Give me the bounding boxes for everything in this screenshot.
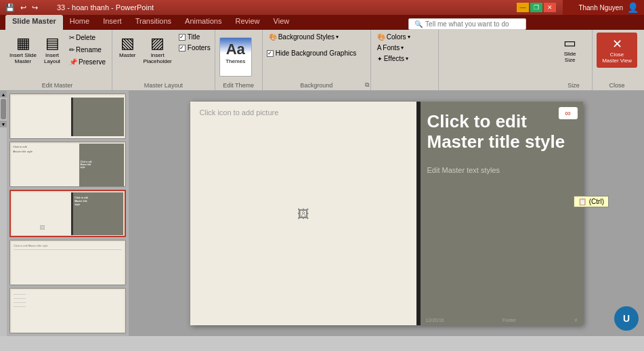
insert-layout-button[interactable]: ▤ InsertLayout <box>41 33 63 66</box>
rename-icon: ✏ <box>69 46 74 54</box>
slide-thumb-4[interactable]: Click to edit Master title style <box>9 240 126 285</box>
close-master-view-icon: ✕ <box>612 37 622 51</box>
slide-left-panel: Click icon to add picture 🖼 <box>190 102 421 325</box>
ribbon-tab-bar: Slide Master Home Insert Transitions Ani… <box>0 15 644 30</box>
user-name: Thanh Nguyen <box>578 4 623 12</box>
slide-footer: 12/20/16 Footer # <box>421 318 583 323</box>
slide-master-title[interactable]: Click to edit Master title style <box>427 112 576 152</box>
minimize-button[interactable]: — <box>517 3 529 12</box>
colors-chevron: ▾ <box>408 34 410 40</box>
footer-text: Footer <box>502 318 516 323</box>
fonts-icon: A <box>377 44 382 51</box>
scroll-thumb[interactable] <box>1 99 6 119</box>
slide-size-button[interactable]: ▭ SlideSize <box>559 33 580 65</box>
master-label: Master <box>119 52 135 58</box>
preserve-button[interactable]: 📌 Preserve <box>67 57 108 67</box>
footers-check[interactable]: ✓ Footers <box>179 43 211 52</box>
quick-access-undo[interactable]: ↩ <box>20 3 26 12</box>
slide-thumb-2[interactable]: Click to edit Master title style Click t… <box>9 142 126 187</box>
footer-page: # <box>575 318 578 323</box>
ribbon: ▦ Insert SlideMaster ▤ InsertLayout ✂ De… <box>0 30 644 91</box>
footers-checkbox[interactable]: ✓ <box>179 45 186 51</box>
window-controls: — ❐ ✕ <box>517 3 556 12</box>
hide-bg-label: Hide Background Graphics <box>276 49 357 57</box>
search-input[interactable] <box>425 20 520 28</box>
slide-logo: ∞ <box>559 107 578 119</box>
scroll-down-arrow[interactable]: ▼ <box>0 121 7 127</box>
ribbon-group-background: 🎨 Background Styles ▾ ✓ Hide Background … <box>263 30 371 90</box>
hide-bg-row[interactable]: ✓ Hide Background Graphics <box>267 49 357 58</box>
bg-styles-icon: 🎨 <box>269 33 277 41</box>
ribbon-group-colors: 🎨 Colors ▾ A Fonts ▾ ✦ Effects ▾ <box>371 30 439 90</box>
bg-styles-dropdown[interactable]: 🎨 Background Styles ▾ <box>267 33 341 41</box>
effects-dropdown[interactable]: ✦ Effects ▾ <box>375 54 410 63</box>
tab-animations[interactable]: Animations <box>178 15 228 30</box>
insert-placeholder-icon: ▨ <box>150 35 165 52</box>
logo-symbol: ∞ <box>565 108 571 118</box>
rename-button[interactable]: ✏ Rename <box>67 45 108 55</box>
insert-layout-icon: ▤ <box>45 35 60 52</box>
quick-access-redo[interactable]: ↪ <box>32 3 38 12</box>
colors-icon: 🎨 <box>377 33 385 41</box>
bg-styles-chevron: ▾ <box>336 34 339 40</box>
unica-branding: Thanh Nguyen 👤 <box>563 0 644 15</box>
ctrl-tooltip: (Ctrl) <box>574 196 609 207</box>
master-button[interactable]: ▧ Master <box>116 33 138 60</box>
slide-thumb-1[interactable] <box>9 94 126 139</box>
search-icon: 🔍 <box>414 20 423 28</box>
insert-slide-master-label: Insert SlideMaster <box>9 52 37 64</box>
main-area: ▲ ▼ Click to edit Master title style Cli… <box>0 91 644 336</box>
quick-access-save[interactable]: 💾 <box>5 3 15 12</box>
fonts-chevron: ▾ <box>401 45 404 51</box>
ribbon-group-master-layout: ▧ Master ▨ InsertPlaceholder ✓ Title ✓ F… <box>112 30 215 90</box>
size-group-label: Size <box>555 82 592 89</box>
unica-logo: U <box>614 306 639 331</box>
panel-scrollbar[interactable]: ▲ ▼ <box>0 91 7 336</box>
fonts-dropdown[interactable]: A Fonts ▾ <box>375 43 406 52</box>
ribbon-group-edit-master: ▦ Insert SlideMaster ▤ InsertLayout ✂ De… <box>3 30 112 90</box>
colors-dropdown[interactable]: 🎨 Colors ▾ <box>375 33 412 41</box>
slide-master-body[interactable]: Edit Master text styles <box>427 166 576 174</box>
insert-placeholder-label: InsertPlaceholder <box>144 52 172 64</box>
delete-button[interactable]: ✂ Delete <box>67 33 108 43</box>
edit-master-label: Edit Master <box>3 82 112 89</box>
background-group-label: Background <box>263 82 370 89</box>
themes-button[interactable]: Aa Themes <box>219 37 252 77</box>
slide-canvas: Click icon to add picture 🖼 ∞ Click to e… <box>190 102 583 325</box>
insert-placeholder-button[interactable]: ▨ InsertPlaceholder <box>141 33 175 66</box>
slide-size-icon: ▭ <box>563 35 576 51</box>
close-master-view-label: CloseMaster View <box>602 51 632 64</box>
slide-thumb-3[interactable]: 🖼 Click to editMaster titlestyle <box>9 190 126 236</box>
tab-slide-master[interactable]: Slide Master <box>5 15 63 30</box>
hide-bg-checkbox[interactable]: ✓ <box>267 50 274 57</box>
footer-date: 12/20/16 <box>426 318 444 323</box>
picture-placeholder-text: Click icon to add picture <box>200 108 279 117</box>
title-check[interactable]: ✓ Title <box>179 33 211 41</box>
ribbon-group-close: ✕ CloseMaster View Close <box>593 30 641 90</box>
master-icon: ▧ <box>121 35 135 52</box>
tab-view[interactable]: View <box>267 15 297 30</box>
preserve-icon: 📌 <box>69 58 77 66</box>
picture-icon: 🖼 <box>297 207 309 221</box>
insert-slide-master-button[interactable]: ▦ Insert SlideMaster <box>7 33 39 66</box>
restore-button[interactable]: ❐ <box>530 3 542 12</box>
edit-theme-label: Edit Theme <box>215 82 262 89</box>
title-checkbox[interactable]: ✓ <box>179 34 186 41</box>
tab-review[interactable]: Review <box>228 15 266 30</box>
effects-chevron: ▾ <box>406 56 408 62</box>
tab-insert[interactable]: Insert <box>96 15 129 30</box>
user-icon: 👤 <box>627 2 639 13</box>
title-bar: 💾 ↩ ↪ 33 - hoan thanh - PowerPoint Thanh… <box>0 0 644 15</box>
canvas-area: Click icon to add picture 🖼 ∞ Click to e… <box>129 91 644 336</box>
scroll-up-arrow[interactable]: ▲ <box>0 91 7 98</box>
slide-thumb-5[interactable]: ———————————————————————— <box>9 288 126 333</box>
effects-icon: ✦ <box>377 56 383 62</box>
master-layout-label: Master Layout <box>112 82 215 89</box>
background-expand[interactable]: ⧉ <box>365 81 369 89</box>
tab-transitions[interactable]: Transitions <box>129 15 178 30</box>
close-button[interactable]: ✕ <box>544 3 556 12</box>
close-master-view-button[interactable]: ✕ CloseMaster View <box>597 33 637 68</box>
tab-home[interactable]: Home <box>63 15 96 30</box>
title-text: 33 - hoan thanh - PowerPoint <box>57 3 154 12</box>
slide-panel: Click to edit Master title style Click t… <box>7 91 129 336</box>
